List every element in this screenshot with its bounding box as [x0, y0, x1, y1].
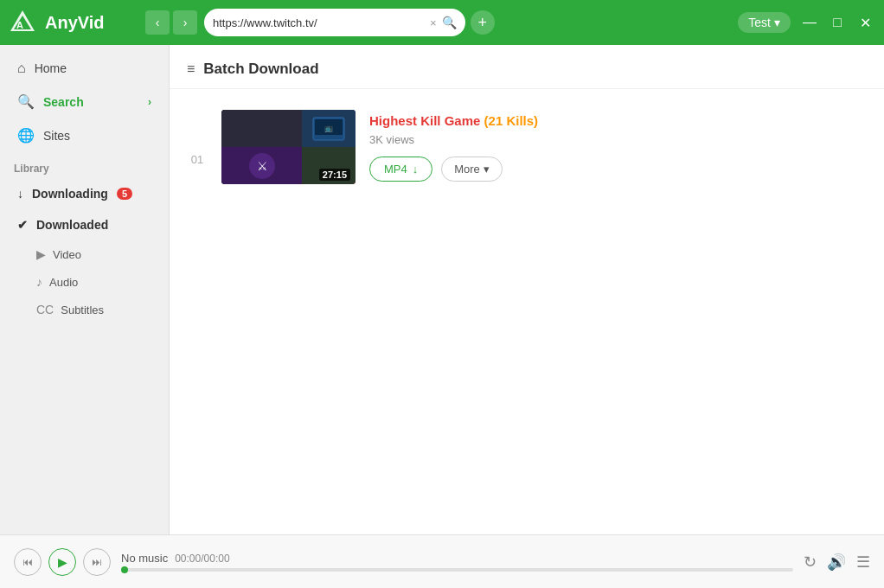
downloaded-icon: ✔	[17, 218, 28, 232]
sites-icon: 🌐	[17, 127, 35, 144]
library-section-label: Library	[0, 152, 169, 178]
sidebar: ⌂ Home 🔍 Search › 🌐 Sites Library ↓ Down…	[0, 45, 170, 534]
batch-download-icon: ≡	[187, 61, 195, 77]
sidebar-item-video-label: Video	[53, 248, 81, 261]
content-area: ≡ Batch Download 01 📺	[170, 45, 884, 534]
app-title: AnyVid	[45, 13, 105, 33]
volume-button[interactable]: 🔊	[827, 553, 846, 572]
url-clear-icon[interactable]: ×	[430, 16, 437, 29]
user-menu-button[interactable]: Test ▾	[738, 12, 791, 33]
sidebar-item-downloaded-label: Downloaded	[36, 218, 108, 232]
player-bar: ⏮ ▶ ⏭ No music 00:00/00:00 ↻ 🔊 ☰	[0, 534, 884, 588]
window-controls: — □ ✕	[798, 10, 877, 35]
table-row: 01 📺	[187, 103, 867, 191]
result-actions: MP4 ↓ More ▾	[369, 157, 867, 182]
result-info: Highest Kill Game (21 Kills) 3K views MP…	[369, 110, 867, 182]
player-info: No music 00:00/00:00	[121, 552, 793, 572]
repeat-button[interactable]: ↻	[804, 553, 817, 572]
next-icon: ⏭	[92, 556, 102, 568]
download-icon: ↓	[17, 187, 23, 201]
video-title-main: Highest Kill Game	[369, 113, 484, 128]
maximize-button[interactable]: □	[825, 10, 849, 35]
sidebar-item-subtitles[interactable]: CC Subtitles	[0, 296, 169, 323]
playlist-button[interactable]: ☰	[856, 553, 870, 572]
sidebar-item-home[interactable]: ⌂ Home	[3, 52, 165, 85]
player-progress-bar[interactable]	[121, 568, 793, 572]
sidebar-item-sites-label: Sites	[43, 129, 70, 143]
player-progress-indicator	[121, 566, 128, 573]
svg-text:⚔: ⚔	[256, 159, 267, 173]
video-title-kills: (21 Kills)	[484, 113, 539, 128]
sidebar-item-search[interactable]: 🔍 Search ›	[3, 85, 165, 118]
sidebar-item-search-label: Search	[43, 95, 84, 109]
sidebar-item-downloaded[interactable]: ✔ Downloaded	[3, 209, 165, 240]
prev-button[interactable]: ⏮	[14, 548, 42, 576]
mp4-download-button[interactable]: MP4 ↓	[369, 157, 432, 182]
play-button[interactable]: ▶	[48, 548, 76, 576]
video-duration: 27:15	[319, 169, 350, 181]
result-number: 01	[187, 110, 208, 166]
url-bar[interactable]: https://www.twitch.tv/ × 🔍	[204, 9, 465, 36]
forward-button[interactable]: ›	[173, 10, 197, 35]
video-thumbnail: 📺 ⚔ 27:15	[221, 110, 356, 184]
sidebar-item-downloading[interactable]: ↓ Downloading 5	[3, 178, 165, 209]
search-chevron-icon: ›	[148, 96, 151, 108]
close-button[interactable]: ✕	[853, 10, 877, 35]
audio-icon: ♪	[36, 275, 42, 289]
video-views: 3K views	[369, 133, 867, 146]
sidebar-item-downloading-label: Downloading	[32, 187, 108, 201]
logo-icon: A	[7, 7, 38, 38]
playlist-icon: ☰	[856, 553, 870, 572]
player-right-controls: ↻ 🔊 ☰	[804, 553, 870, 572]
sidebar-item-sites[interactable]: 🌐 Sites	[3, 118, 165, 152]
downloading-badge: 5	[117, 188, 132, 200]
add-tab-button[interactable]: +	[471, 10, 495, 35]
url-search-icon: 🔍	[442, 16, 457, 29]
url-text: https://www.twitch.tv/	[213, 16, 425, 29]
prev-icon: ⏮	[22, 556, 33, 568]
player-controls: ⏮ ▶ ⏭	[14, 548, 111, 576]
sidebar-item-subtitles-label: Subtitles	[61, 304, 104, 316]
video-icon: ▶	[36, 247, 46, 261]
download-arrow-icon: ↓	[413, 163, 419, 176]
back-button[interactable]: ‹	[145, 10, 170, 35]
svg-text:📺: 📺	[324, 124, 333, 132]
repeat-icon: ↻	[804, 553, 817, 572]
more-label: More	[454, 163, 480, 176]
main-container: ⌂ Home 🔍 Search › 🌐 Sites Library ↓ Down…	[0, 45, 884, 534]
player-time-row: No music 00:00/00:00	[121, 552, 793, 565]
mp4-label: MP4	[384, 163, 407, 176]
logo-area: A AnyVid	[7, 7, 145, 38]
volume-icon: 🔊	[827, 553, 846, 572]
content-body: 01 📺	[170, 89, 884, 534]
user-menu-chevron: ▾	[774, 16, 780, 29]
page-title: Batch Download	[203, 61, 318, 78]
player-song-name: No music	[121, 552, 168, 565]
subtitles-icon: CC	[36, 303, 54, 316]
sidebar-item-audio[interactable]: ♪ Audio	[0, 268, 169, 296]
user-menu-label: Test	[748, 16, 771, 29]
search-icon: 🔍	[17, 93, 35, 110]
minimize-button[interactable]: —	[798, 10, 822, 35]
svg-text:A: A	[16, 20, 23, 30]
video-title: Highest Kill Game (21 Kills)	[369, 113, 867, 128]
more-options-button[interactable]: More ▾	[441, 157, 503, 182]
content-header: ≡ Batch Download	[170, 45, 884, 89]
more-chevron-icon: ▾	[484, 163, 490, 176]
sidebar-item-home-label: Home	[35, 61, 67, 75]
play-icon: ▶	[58, 555, 67, 569]
sidebar-item-audio-label: Audio	[49, 276, 78, 289]
nav-buttons: ‹ ›	[145, 10, 197, 35]
titlebar: A AnyVid ‹ › https://www.twitch.tv/ × 🔍 …	[0, 0, 884, 45]
player-time: 00:00/00:00	[175, 553, 229, 565]
home-icon: ⌂	[17, 61, 26, 76]
next-button[interactable]: ⏭	[83, 548, 111, 576]
sidebar-item-video[interactable]: ▶ Video	[0, 240, 169, 268]
